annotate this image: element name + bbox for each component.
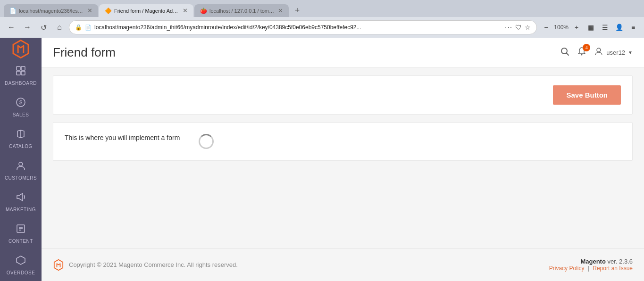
shield-icon: 🛡 bbox=[515, 24, 522, 31]
svg-rect-3 bbox=[21, 71, 25, 75]
lock-icon: 🔒 bbox=[75, 24, 82, 31]
user-icon bbox=[594, 47, 603, 58]
reload-button[interactable]: ↺ bbox=[37, 21, 50, 34]
sidebar: DASHBOARD $ SALES CATALOG CUSTOMERS MARK… bbox=[0, 38, 42, 281]
sidebar-item-label-customers: CUSTOMERS bbox=[5, 175, 37, 181]
privacy-policy-link[interactable]: Privacy Policy bbox=[549, 265, 585, 272]
browser-chrome: 📄 localhost/magento236/lesson3/pa... ✕ 🔶… bbox=[0, 0, 644, 38]
footer-version: ver. 2.3.6 bbox=[608, 258, 633, 265]
content-area: Save Button This is where you will imple… bbox=[42, 68, 644, 248]
browser-tab-tab1[interactable]: 📄 localhost/magento236/lesson3/pa... ✕ bbox=[4, 4, 98, 17]
bookmark-icon[interactable]: ☆ bbox=[525, 24, 531, 31]
sidebar-item-label-content: CONTENT bbox=[8, 239, 33, 244]
search-button[interactable] bbox=[560, 47, 569, 58]
svg-rect-1 bbox=[21, 66, 25, 70]
footer-copyright: Copyright © 2021 Magento Commerce Inc. A… bbox=[69, 261, 238, 268]
browser-tabs: 📄 localhost/magento236/lesson3/pa... ✕ 🔶… bbox=[0, 0, 644, 17]
svg-point-15 bbox=[581, 54, 583, 56]
notifications-button[interactable]: 4 bbox=[577, 47, 586, 58]
page-footer: Copyright © 2021 Magento Commerce Inc. A… bbox=[42, 248, 644, 281]
tab-close-button[interactable]: ✕ bbox=[183, 7, 188, 14]
sidebar-item-content[interactable]: CONTENT bbox=[0, 218, 42, 249]
main-content: Friend form 4 bbox=[42, 38, 644, 281]
browser-tab-tab3[interactable]: 🍅 localhost / 127.0.0.1 / tomato... ✕ bbox=[194, 4, 289, 17]
browser-right-icons: − 100% + ▦ ☰ 👤 ≡ bbox=[540, 21, 639, 33]
form-placeholder: This is where you will implement a form bbox=[65, 134, 180, 141]
page-title: Friend form bbox=[53, 45, 560, 60]
svg-rect-2 bbox=[17, 71, 20, 75]
zoom-in-button[interactable]: + bbox=[570, 21, 583, 33]
back-button[interactable]: ← bbox=[5, 21, 18, 34]
address-bar[interactable]: 🔒 📄 localhost/magento236/admin_ihit66/my… bbox=[69, 20, 537, 34]
form-content-area: This is where you will implement a form bbox=[53, 122, 633, 161]
user-menu-button[interactable]: user12 ▼ bbox=[594, 47, 633, 58]
sidebar-item-dashboard[interactable]: DASHBOARD bbox=[0, 60, 42, 91]
sidebar-item-label-overdose: OVERDOSE bbox=[7, 270, 35, 275]
svg-point-7 bbox=[19, 162, 23, 166]
sidebar-item-overdose[interactable]: OVERDOSE bbox=[0, 249, 42, 281]
overdose-icon bbox=[16, 255, 26, 268]
username-label: user12 bbox=[606, 49, 625, 56]
report-issue-link[interactable]: Report an Issue bbox=[593, 265, 633, 272]
more-options-icon[interactable]: ··· bbox=[505, 23, 512, 32]
sidebar-logo bbox=[0, 38, 42, 60]
svg-marker-12 bbox=[17, 256, 25, 264]
tab-favicon: 📄 bbox=[9, 8, 16, 14]
sidebar-item-catalog[interactable]: CATALOG bbox=[0, 123, 42, 155]
notification-badge: 4 bbox=[583, 44, 590, 51]
loading-spinner bbox=[199, 134, 214, 149]
footer-separator: | bbox=[588, 265, 589, 272]
svg-text:$: $ bbox=[19, 99, 22, 105]
tab-title: Friend form / Magento Admin bbox=[114, 8, 180, 14]
footer-links: Privacy Policy | Report an Issue bbox=[549, 265, 633, 272]
tab-close-button[interactable]: ✕ bbox=[87, 7, 92, 14]
tab-close-button[interactable]: ✕ bbox=[278, 7, 283, 14]
footer-logo-icon bbox=[53, 259, 64, 271]
new-tab-button[interactable]: + bbox=[291, 4, 304, 17]
sidebar-item-marketing[interactable]: MARKETING bbox=[0, 186, 42, 218]
page-header: Friend form 4 bbox=[42, 38, 644, 68]
profile-icon[interactable]: 👤 bbox=[613, 21, 625, 33]
catalog-icon bbox=[16, 129, 26, 142]
sidebar-item-sales[interactable]: $ SALES bbox=[0, 91, 42, 123]
page-icon: 📄 bbox=[85, 25, 92, 31]
sales-icon: $ bbox=[16, 97, 26, 110]
magento-logo-icon bbox=[11, 40, 30, 58]
footer-left: Copyright © 2021 Magento Commerce Inc. A… bbox=[53, 259, 238, 271]
svg-rect-0 bbox=[17, 66, 20, 70]
sidebar-item-label-sales: SALES bbox=[13, 112, 29, 117]
loading-spinner-container bbox=[199, 134, 214, 149]
chevron-down-icon: ▼ bbox=[628, 50, 633, 55]
sidebar-item-label-marketing: MARKETING bbox=[6, 207, 36, 212]
form-toolbar: Save Button bbox=[53, 75, 633, 115]
dashboard-icon bbox=[16, 66, 26, 79]
menu-button[interactable]: ≡ bbox=[627, 21, 639, 33]
marketing-icon bbox=[16, 192, 26, 205]
zoom-out-button[interactable]: − bbox=[540, 21, 552, 33]
home-button[interactable]: ⌂ bbox=[53, 21, 66, 34]
zoom-level: 100% bbox=[554, 24, 569, 31]
footer-right: Magento ver. 2.3.6 Privacy Policy | Repo… bbox=[549, 258, 633, 272]
browser-tab-tab2[interactable]: 🔶 Friend form / Magento Admin ✕ bbox=[99, 4, 193, 17]
sidebar-item-label-dashboard: DASHBOARD bbox=[5, 81, 37, 86]
tab-favicon: 🔶 bbox=[105, 8, 111, 14]
sidebar-toggle-icon[interactable]: ☰ bbox=[599, 21, 611, 33]
header-actions: 4 user12 ▼ bbox=[560, 47, 633, 58]
save-button[interactable]: Save Button bbox=[553, 85, 621, 105]
tab-title: localhost/magento236/lesson3/pa... bbox=[19, 8, 84, 14]
customers-icon bbox=[16, 160, 26, 174]
sidebar-item-label-catalog: CATALOG bbox=[9, 144, 33, 149]
app-layout: DASHBOARD $ SALES CATALOG CUSTOMERS MARK… bbox=[0, 38, 644, 281]
browser-addressbar: ← → ↺ ⌂ 🔒 📄 localhost/magento236/admin_i… bbox=[0, 17, 644, 38]
svg-point-16 bbox=[597, 48, 601, 52]
footer-brand: Magento ver. 2.3.6 bbox=[549, 258, 633, 265]
forward-button[interactable]: → bbox=[21, 21, 34, 34]
svg-line-14 bbox=[567, 53, 569, 56]
address-text: localhost/magento236/admin_ihit66/myadmi… bbox=[94, 24, 502, 31]
sidebar-item-customers[interactable]: CUSTOMERS bbox=[0, 155, 42, 186]
tab-title: localhost / 127.0.0.1 / tomato... bbox=[209, 8, 275, 14]
content-icon bbox=[16, 223, 26, 237]
tab-favicon: 🍅 bbox=[200, 8, 207, 14]
reader-mode-icon[interactable]: ▦ bbox=[585, 21, 597, 33]
